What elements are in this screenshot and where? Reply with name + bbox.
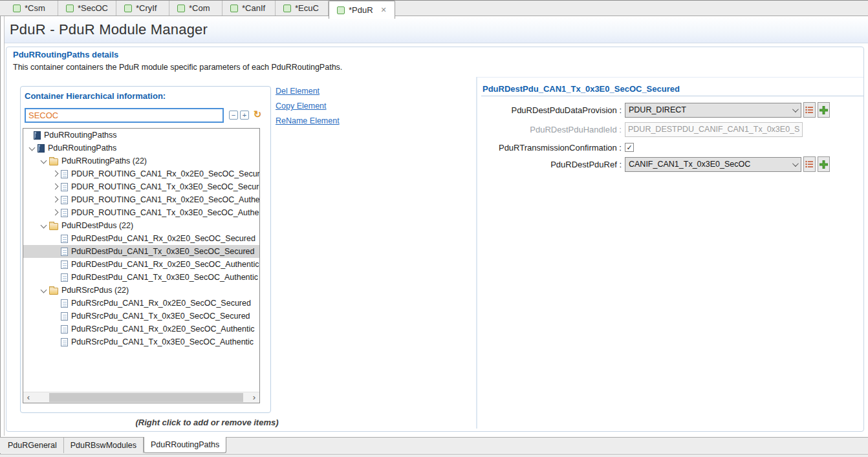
- tab-pdur-general[interactable]: PduRGeneral: [1, 438, 64, 453]
- scroll-left-icon[interactable]: ‹: [23, 392, 34, 403]
- document-icon: [61, 299, 68, 308]
- list-icon: [805, 160, 814, 168]
- document-icon: [61, 338, 68, 346]
- collapse-all-icon[interactable]: −: [229, 111, 238, 120]
- dest-pdu-ref-dropdown[interactable]: CANIF_CAN1_Tx_0x3E0_SecOC: [625, 157, 801, 172]
- document-icon: [61, 325, 68, 334]
- container-hierarchy-panel: Container Hierarchical information: − + …: [20, 86, 271, 413]
- tree-item[interactable]: PduRSrcPdu_CAN1_Rx_0x2E0_SecOC_Secured: [23, 297, 259, 310]
- add-element-button[interactable]: [818, 156, 830, 172]
- module-status-icon: [283, 5, 291, 12]
- choose-from-list-button[interactable]: [803, 102, 816, 118]
- tree-item[interactable]: PduRSrcPdus (22): [23, 284, 259, 297]
- folder-icon: [49, 288, 58, 295]
- window-left-edge: [0, 0, 1, 457]
- hierarchy-heading: Container Hierarchical information:: [25, 91, 166, 101]
- data-provision-dropdown[interactable]: PDUR_DIRECT: [625, 103, 801, 118]
- dropdown-value: PDUR_DIRECT: [629, 105, 686, 114]
- tree-item[interactable]: PduRDestPdu_CAN1_Rx_0x2E0_SecOC_Secured: [23, 232, 259, 245]
- tab-label: *CanIf: [242, 3, 265, 13]
- dropdown-value: CANIF_CAN1_Tx_0x3E0_SecOC: [629, 160, 750, 169]
- tab-pdur-bsw-modules[interactable]: PduRBswModules: [64, 438, 144, 453]
- tree-item[interactable]: PDUR_ROUTING_CAN1_Tx_0x3E0_SecOC_Authent…: [23, 206, 259, 219]
- document-icon: [61, 183, 68, 191]
- status-strip: [0, 454, 868, 457]
- module-icon: [38, 144, 45, 153]
- tx-confirmation-checkbox[interactable]: ✓: [625, 143, 634, 152]
- rename-element-link[interactable]: ReName Element: [276, 116, 340, 125]
- search-input[interactable]: [25, 108, 224, 123]
- tree-item[interactable]: PduRSrcPdu_CAN1_Tx_0x3E0_SecOC_Authentic: [23, 335, 259, 348]
- document-icon: [61, 248, 68, 256]
- tree-item[interactable]: PduRDestPdu_CAN1_Rx_0x2E0_SecOC_Authenti…: [23, 258, 259, 271]
- hierarchy-tree: PduRRoutingPathss PduRRoutingPaths PduRR…: [23, 128, 260, 403]
- tab-label: *CryIf: [136, 3, 157, 13]
- tab-ecuc[interactable]: *EcuC: [276, 1, 329, 16]
- expand-all-icon[interactable]: +: [240, 111, 249, 120]
- tree-item[interactable]: PduRDestPdus (22): [23, 219, 259, 232]
- horizontal-scrollbar[interactable]: ‹ ›: [23, 392, 259, 403]
- tree-item-label: PduRDestPdu_CAN1_Tx_0x3E0_SecOC_Authenti…: [71, 273, 258, 282]
- tree-indent-spacer: [50, 272, 61, 282]
- tab-label: *Com: [189, 3, 210, 13]
- tree-item[interactable]: PDUR_ROUTING_CAN1_Tx_0x3E0_SecOC_Secured: [23, 180, 259, 193]
- chevron-right-icon[interactable]: [50, 182, 61, 192]
- scrollbar-thumb[interactable]: [49, 393, 243, 402]
- tree-item-label: PduRRoutingPaths (22): [61, 156, 147, 165]
- tree-indent-spacer: [50, 259, 61, 270]
- tree-item[interactable]: PduRRoutingPathss: [23, 129, 259, 142]
- close-icon[interactable]: ✕: [381, 6, 387, 14]
- chevron-down-icon: [792, 160, 799, 167]
- scroll-right-icon[interactable]: ›: [249, 392, 259, 403]
- tab-csm[interactable]: *Csm: [5, 1, 58, 16]
- field-label: PduRDestPduDataProvision :: [483, 105, 625, 115]
- plus-icon: [819, 106, 828, 114]
- tree-item-selected[interactable]: PduRDestPdu_CAN1_Tx_0x3E0_SecOC_Secured: [23, 245, 259, 258]
- tab-secoc[interactable]: *SecOC: [58, 1, 116, 16]
- copy-element-link[interactable]: Copy Element: [276, 101, 340, 111]
- chevron-down-icon[interactable]: [39, 220, 49, 231]
- handle-id-field: [625, 122, 803, 137]
- choose-from-list-button[interactable]: [803, 156, 816, 172]
- tree-item[interactable]: PduRRoutingPaths: [23, 142, 259, 154]
- tree-item[interactable]: PduRRoutingPaths (22): [23, 154, 259, 167]
- tab-canif[interactable]: *CanIf: [222, 1, 276, 16]
- refresh-icon[interactable]: ↻: [252, 109, 263, 120]
- field-label: PduRTransmissionConfirmation :: [483, 143, 625, 153]
- add-element-button[interactable]: [818, 102, 830, 118]
- chevron-right-icon[interactable]: [50, 195, 61, 205]
- chevron-down-icon: [792, 106, 799, 112]
- del-element-link[interactable]: Del Element: [276, 87, 340, 96]
- tree-item[interactable]: PDUR_ROUTING_CAN1_Rx_0x2E0_SecOC_Secured: [23, 167, 259, 180]
- tree-item[interactable]: PduRSrcPdu_CAN1_Tx_0x3E0_SecOC_Secured: [23, 310, 259, 323]
- tree-item-label: PduRDestPdu_CAN1_Rx_0x2E0_SecOC_Secured: [71, 234, 255, 243]
- field-label: PduRDestPduHandleId :: [483, 125, 625, 134]
- field-row-data-provision: PduRDestPduDataProvision : PDUR_DIRECT: [483, 101, 858, 118]
- tree-item-label: PduRSrcPdu_CAN1_Rx_0x2E0_SecOC_Secured: [71, 299, 251, 308]
- chevron-down-icon[interactable]: [39, 156, 49, 166]
- list-icon: [805, 106, 814, 114]
- tree-item-label: PduRRoutingPathss: [44, 131, 117, 140]
- tree-indent-spacer: [50, 233, 61, 244]
- page-title: PduR - PduR Module Manager: [5, 16, 868, 38]
- selected-element-title: PduRDestPdu_CAN1_Tx_0x3E0_SecOC_Secured: [483, 84, 680, 94]
- tab-com[interactable]: *Com: [169, 1, 222, 16]
- chevron-right-icon[interactable]: [50, 207, 61, 218]
- element-actions: Del Element Copy Element ReName Element: [276, 87, 340, 131]
- tree-item[interactable]: PDUR_ROUTING_CAN1_Rx_0x2E0_SecOC_Authent…: [23, 193, 259, 206]
- tab-cryif[interactable]: *CryIf: [116, 1, 169, 16]
- module-status-icon: [177, 5, 185, 12]
- tree-item-label: PDUR_ROUTING_CAN1_Rx_0x2E0_SecOC_Secured: [71, 169, 260, 178]
- tab-pdur[interactable]: *PduR ✕: [329, 1, 395, 19]
- editor-left-edge: [4, 16, 5, 436]
- chevron-down-icon[interactable]: [27, 143, 38, 153]
- module-status-icon: [124, 5, 132, 12]
- document-icon: [61, 260, 68, 269]
- tree-item[interactable]: PduRSrcPdu_CAN1_Rx_0x2E0_SecOC_Authentic: [23, 323, 259, 335]
- chevron-right-icon[interactable]: [50, 169, 61, 179]
- context-menu-hint: (Right click to add or remove items): [129, 418, 285, 427]
- module-icon: [34, 131, 41, 140]
- tree-item[interactable]: PduRDestPdu_CAN1_Tx_0x3E0_SecOC_Authenti…: [23, 271, 259, 284]
- chevron-down-icon[interactable]: [39, 285, 49, 295]
- tab-pdur-routing-paths[interactable]: PduRRoutingPaths: [144, 437, 226, 453]
